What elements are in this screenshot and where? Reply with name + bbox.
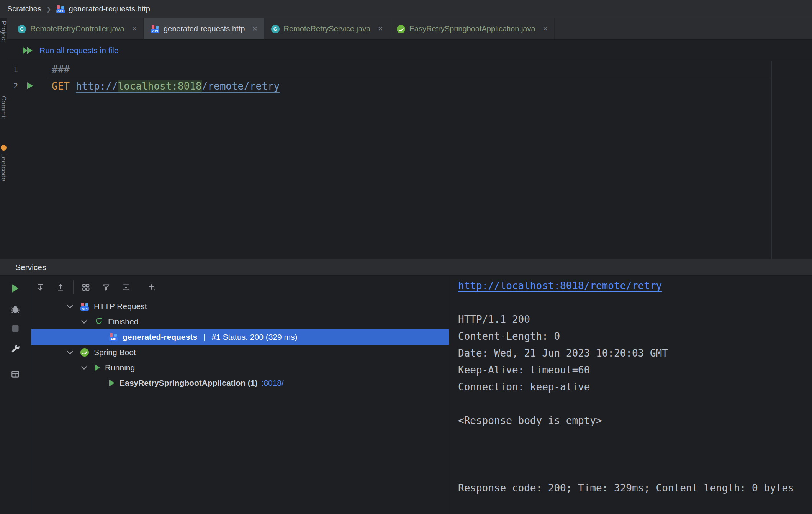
close-icon[interactable]: ✕	[378, 26, 383, 32]
filter-icon[interactable]	[102, 283, 110, 291]
api-icon-bar	[81, 303, 84, 306]
response-header: Content-Length: 0	[458, 328, 812, 345]
api-icon-bar	[152, 25, 154, 29]
api-icon-label: API	[80, 306, 89, 311]
close-icon[interactable]: ✕	[543, 26, 548, 32]
stripe-item-commit[interactable]: Commit	[0, 96, 7, 119]
new-tab-icon[interactable]	[122, 283, 130, 291]
chevron-down-icon[interactable]	[81, 318, 87, 324]
tree-node-spring-boot[interactable]: Spring Boot	[31, 345, 449, 360]
response-empty-body: <Response body is empty>	[458, 412, 812, 429]
http-file-icon: API	[151, 25, 159, 33]
response-url-link[interactable]: http://localhost:8018/remote/retry	[458, 280, 662, 291]
ide-window: Scratches ❯ API generated-requests.http …	[0, 0, 812, 514]
run-all-label[interactable]: Run all requests in file	[39, 46, 119, 55]
blank-line	[458, 395, 812, 412]
api-icon-bar	[85, 303, 88, 306]
run-all-row[interactable]: Run all requests in file	[7, 40, 812, 61]
tree-node-running[interactable]: Running	[31, 360, 449, 375]
tree-node-label: Running	[105, 363, 135, 372]
debug-icon[interactable]	[10, 304, 20, 316]
services-tree-toolbar	[31, 276, 449, 299]
services-panel-header[interactable]: Services	[0, 259, 812, 276]
finished-status-icon	[95, 317, 103, 327]
tree-node-generated-requests[interactable]: API generated-requests | #1 Status: 200 …	[31, 329, 449, 345]
editor-tab-bar: C RemoteRetryController.java ✕ API gener…	[7, 18, 812, 40]
layout-icon[interactable]	[11, 370, 20, 380]
close-icon[interactable]: ✕	[132, 26, 137, 32]
stripe-item-project[interactable]: Project	[0, 21, 7, 42]
tree-node-label: Finished	[108, 317, 138, 326]
line-number: 1	[7, 61, 18, 78]
add-service-icon[interactable]	[147, 283, 156, 291]
url-host-fragment: localhost:8018	[118, 80, 202, 92]
tab-label: RemoteRetryService.java	[284, 25, 371, 33]
api-icon-label: API	[56, 9, 65, 13]
api-icon-bar	[114, 334, 117, 337]
expand-all-icon[interactable]	[36, 283, 44, 291]
stop-icon[interactable]	[12, 325, 19, 332]
http-request-icon: API	[80, 302, 89, 311]
run-request-gutter-icon[interactable]	[27, 82, 33, 89]
toolbar-separator	[73, 280, 74, 294]
tree-node-http-request[interactable]: API HTTP Request	[31, 299, 449, 314]
chevron-down-icon[interactable]	[67, 348, 73, 354]
tree-node-label: Spring Boot	[94, 348, 136, 357]
group-by-icon[interactable]	[82, 283, 90, 291]
api-icon-bar	[110, 333, 113, 337]
tab-label: RemoteRetryController.java	[30, 25, 124, 33]
response-status-line: HTTP/1.1 200	[458, 311, 812, 328]
collapse-all-icon[interactable]	[56, 283, 65, 291]
http-method: GET	[52, 80, 70, 92]
play-icon	[27, 47, 33, 54]
blank-line	[458, 463, 812, 480]
tab-label: EasyRetrySpringbootApplication.java	[409, 25, 535, 33]
request-name: generated-requests	[123, 332, 197, 342]
api-icon-label: API	[109, 337, 118, 341]
stripe-item-leetcode[interactable]: Leetcode	[0, 153, 7, 182]
run-icon	[95, 364, 100, 371]
leetcode-icon	[1, 145, 7, 151]
url-path: /remote/retry	[202, 80, 280, 92]
chevron-right-icon: ❯	[46, 6, 51, 13]
tab-generated-requests[interactable]: API generated-requests.http ✕	[144, 18, 264, 39]
java-class-icon: C	[18, 25, 26, 33]
url-scheme: http://	[76, 80, 118, 92]
wrench-icon[interactable]	[11, 344, 20, 355]
code-line-2: GEThttp://localhost:8018/remote/retry	[52, 78, 280, 94]
intention-bulb-icon[interactable]	[57, 64, 67, 74]
chevron-down-icon[interactable]	[81, 363, 87, 370]
response-summary: Response code: 200; Time: 329ms; Content…	[458, 480, 812, 496]
editor[interactable]: 1 2 ### GEThttp://localhost:8018/remote/…	[7, 61, 812, 259]
application-port-link[interactable]: :8018/	[262, 378, 284, 388]
right-margin-guide	[771, 61, 772, 259]
breadcrumb-file[interactable]: generated-requests.http	[69, 5, 150, 13]
request-status: #1 Status: 200 (329 ms)	[211, 332, 297, 342]
tree-node-label: HTTP Request	[94, 302, 147, 311]
java-class-icon: C	[271, 25, 280, 33]
tab-easy-retry-application[interactable]: EasyRetrySpringbootApplication.java ✕	[390, 18, 555, 39]
tab-remote-retry-controller[interactable]: C RemoteRetryController.java ✕	[11, 18, 144, 39]
tool-window-stripe-left: Project Commit Leetcode	[0, 18, 7, 259]
response-header: Date: Wed, 21 Jun 2023 10:20:03 GMT	[458, 345, 812, 362]
run-all-icon[interactable]	[23, 47, 33, 54]
tree-node-application[interactable]: EasyRetrySpringbootApplication (1) :8018…	[31, 375, 449, 391]
response-console: http://localhost:8018/remote/retry HTTP/…	[449, 276, 812, 514]
services-title: Services	[15, 263, 46, 272]
http-request-icon: API	[109, 333, 118, 341]
request-url-link[interactable]: http://localhost:8018/remote/retry	[76, 80, 280, 92]
api-icon-bar	[61, 6, 64, 9]
tree-node-finished[interactable]: Finished	[31, 314, 449, 329]
line-number: 2	[7, 78, 18, 94]
tab-remote-retry-service[interactable]: C RemoteRetryService.java ✕	[264, 18, 390, 39]
close-icon[interactable]: ✕	[252, 26, 257, 32]
tab-label: generated-requests.http	[164, 25, 245, 33]
services-side-toolbar	[0, 276, 31, 514]
chevron-down-icon[interactable]	[67, 302, 73, 308]
run-icon[interactable]	[12, 284, 19, 293]
breadcrumb: Scratches ❯ API generated-requests.http	[0, 0, 812, 18]
blank-line	[458, 294, 812, 311]
http-file-icon: API	[56, 5, 65, 13]
spring-boot-icon	[397, 25, 405, 33]
breadcrumb-folder[interactable]: Scratches	[7, 5, 41, 13]
